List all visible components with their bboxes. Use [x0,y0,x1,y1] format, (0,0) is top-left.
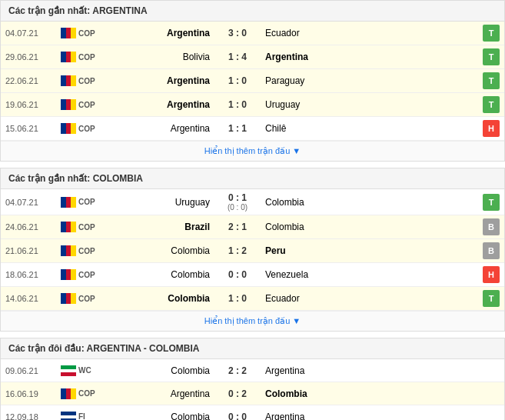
away-team-name: Uruguay [265,99,300,110]
match-score: 1 : 2 [214,245,261,256]
section-header: Các trận gần nhất: ARGENTINA [1,1,504,22]
match-score: 1 : 4 [214,52,261,62]
sub-score: (0 : 0) [214,203,261,212]
tournament-col: COP [61,197,99,208]
home-team-name: Argentina [167,28,210,38]
section-colombia: Các trận gần nhất: COLOMBIA04.07.21COPUr… [0,168,505,332]
home-team: Argentina [99,388,214,399]
show-more-link[interactable]: Hiển thị thêm trận đấu ▼ [1,141,504,161]
table-row: 12.09.18FIColombia0 : 0Argentina [1,405,504,420]
table-row: 22.06.21COPArgentina1 : 0ParaguayT [1,69,504,93]
match-date: 09.06.21 [5,366,61,375]
table-row: 29.06.21COPBolivia1 : 4ArgentinaT [1,45,504,69]
match-date: 04.07.21 [5,28,61,38]
away-team-name: Ecuador [265,28,300,38]
home-team-name: Uruguay [175,197,210,208]
tournament-label: COP [78,125,95,133]
tournament-label: COP [78,77,95,85]
tournament-col: WC [61,365,99,376]
match-date: 29.06.21 [5,52,61,62]
section-header: Các trận đôi đầu: ARGENTINA - COLOMBIA [1,338,504,359]
match-score: 1 : 0 [214,75,261,86]
match-date: 14.06.21 [5,294,61,303]
home-team: Colombia [99,293,214,304]
away-team-name: Ecuador [265,293,300,304]
home-team: Bolivia [99,52,214,62]
result-badge: B [483,242,500,259]
match-date: 24.06.21 [5,222,61,232]
home-team: Argentina [99,123,214,134]
away-team-name: Colombia [265,388,307,399]
result-badge: B [483,218,500,235]
home-team-name: Argentina [171,388,210,399]
home-team-name: Colombia [171,365,210,376]
home-team: Uruguay [99,197,214,208]
result-badge: T [483,290,500,307]
result-badge: T [483,194,500,211]
home-team: Colombia [99,245,214,256]
match-score: 2 : 2 [214,365,261,376]
show-more-link[interactable]: Hiển thị thêm trận đấu ▼ [1,311,504,331]
away-team-name: Venezuela [265,269,308,280]
home-team-name: Colombia [171,412,210,421]
tournament-col: COP [61,293,99,304]
away-team-name: Colombia [265,222,304,232]
tournament-label: COP [78,29,95,38]
tournament-label: COP [78,198,95,206]
tournament-col: FI [61,412,99,421]
tournament-label: WC [78,366,91,375]
away-team: Uruguay [261,99,376,110]
tournament-label: COP [78,53,95,62]
table-row: 21.06.21COPColombia1 : 2PeruB [1,239,504,263]
away-team: Ecuador [261,293,376,304]
home-team-name: Brazil [184,222,210,232]
match-score: 1 : 0 [214,99,261,110]
table-row: 18.06.21COPColombia0 : 0VenezuelaH [1,263,504,287]
match-date: 22.06.21 [5,76,61,85]
match-score: 1 : 1 [214,123,261,134]
away-team-name: Peru [265,245,286,256]
match-date: 19.06.21 [5,100,61,109]
match-date: 18.06.21 [5,270,61,279]
home-team-name: Argentina [167,99,210,110]
tournament-label: COP [78,223,95,232]
tournament-label: COP [78,271,95,279]
away-team-name: Argentina [265,365,304,376]
away-team-name: Argentina [265,52,308,62]
tournament-label: COP [78,389,95,398]
home-team: Colombia [99,365,214,376]
away-team: Colombia [261,222,376,232]
table-row: 15.06.21COPArgentina1 : 1ChilêH [1,117,504,141]
home-team-name: Colombia [171,269,210,280]
away-team: Chilê [261,123,376,134]
home-team-name: Argentina [171,123,210,134]
away-team: Colombia [261,388,376,399]
away-team: Argentina [261,52,376,62]
table-row: 24.06.21COPBrazil2 : 1ColombiaB [1,215,504,239]
tournament-col: COP [61,123,99,134]
tournament-col: COP [61,245,99,256]
table-row: 16.06.19COPArgentina0 : 2Colombia [1,382,504,405]
home-team: Argentina [99,75,214,86]
home-team-name: Argentina [167,75,210,86]
tournament-col: COP [61,28,99,38]
home-team: Argentina [99,28,214,38]
away-team: Peru [261,245,376,256]
home-team-name: Colombia [168,293,210,304]
tournament-label: COP [78,101,95,109]
away-team: Argentina [261,412,376,421]
away-team: Colombia [261,197,376,208]
tournament-label: COP [78,247,95,255]
tournament-col: COP [61,52,99,62]
match-date: 15.06.21 [5,124,61,133]
result-badge: T [483,96,500,113]
away-team-name: Chilê [265,123,286,134]
result-badge: H [483,120,500,137]
tournament-col: COP [61,222,99,232]
home-team: Argentina [99,99,214,110]
match-score: 1 : 0 [214,293,261,304]
away-team-name: Colombia [265,197,304,208]
match-score: 0 : 0 [214,412,261,421]
match-date: 04.07.21 [5,198,61,207]
result-badge: T [483,48,500,65]
